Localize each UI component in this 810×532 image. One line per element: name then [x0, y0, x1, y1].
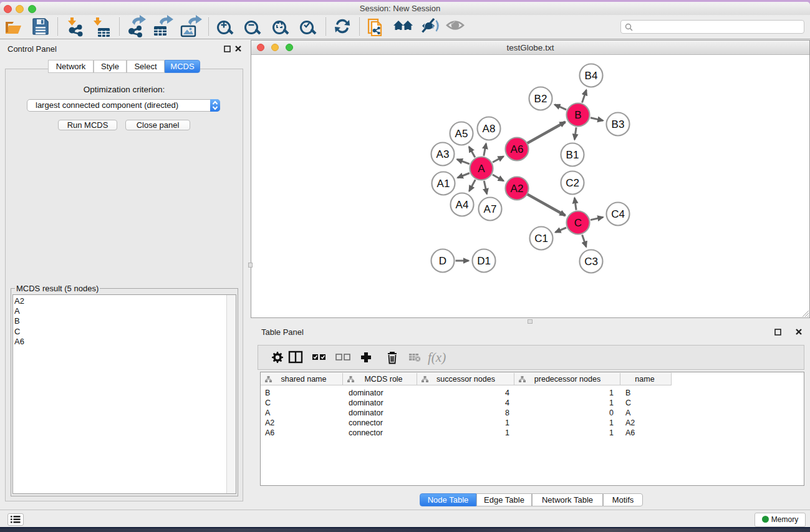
svg-text:1: 1 [505, 428, 509, 437]
svg-text:C2: C2 [566, 177, 579, 189]
svg-text:D1: D1 [477, 255, 491, 267]
svg-text:A6: A6 [511, 143, 524, 155]
svg-text:A3: A3 [436, 148, 450, 160]
svg-text:A: A [265, 409, 271, 417]
svg-text:A1: A1 [437, 178, 450, 190]
svg-text:connector: connector [349, 418, 383, 427]
svg-text:predecessor nodes: predecessor nodes [534, 375, 600, 384]
svg-text:C4: C4 [611, 208, 625, 220]
svg-text:8: 8 [505, 409, 509, 417]
svg-text:1: 1 [609, 389, 614, 397]
svg-text:A: A [625, 409, 631, 417]
svg-text:B: B [574, 109, 581, 121]
svg-text:C: C [625, 399, 631, 407]
svg-text:A8: A8 [483, 123, 496, 135]
svg-text:A5: A5 [455, 128, 468, 140]
svg-text:A: A [478, 163, 485, 175]
svg-text:4: 4 [505, 399, 509, 407]
svg-text:A6: A6 [625, 428, 635, 437]
svg-text:B3: B3 [612, 118, 625, 130]
svg-text:B4: B4 [585, 70, 598, 82]
svg-text:connector: connector [349, 428, 383, 437]
svg-text:C3: C3 [584, 256, 598, 268]
svg-text:A7: A7 [484, 203, 497, 215]
svg-text:D: D [439, 255, 446, 267]
svg-text:C1: C1 [534, 233, 548, 244]
svg-text:C: C [574, 217, 582, 229]
svg-text:1: 1 [609, 418, 614, 427]
svg-text:1: 1 [609, 428, 614, 437]
svg-text:dominator: dominator [349, 389, 383, 397]
svg-text:A2: A2 [511, 183, 524, 195]
svg-text:B: B [265, 389, 270, 397]
svg-text:B: B [625, 389, 630, 397]
svg-text:A6: A6 [265, 428, 274, 437]
svg-text:A2: A2 [265, 418, 274, 427]
svg-text:A2: A2 [625, 418, 635, 427]
svg-text:successor nodes: successor nodes [436, 375, 495, 384]
svg-text:f(x): f(x) [428, 350, 446, 365]
svg-text:1: 1 [609, 399, 614, 407]
svg-text:dominator: dominator [349, 409, 383, 417]
svg-text:MCDS role: MCDS role [364, 375, 402, 384]
svg-text:shared name: shared name [281, 375, 327, 384]
svg-text:0: 0 [609, 409, 614, 417]
svg-text:dominator: dominator [349, 399, 383, 407]
svg-text:B1: B1 [566, 149, 579, 161]
svg-text:B2: B2 [534, 93, 547, 105]
svg-text:name: name [635, 375, 654, 384]
svg-text:A4: A4 [456, 199, 469, 211]
svg-text:4: 4 [505, 389, 509, 397]
svg-text:1: 1 [505, 418, 509, 427]
svg-text:C: C [265, 399, 271, 407]
